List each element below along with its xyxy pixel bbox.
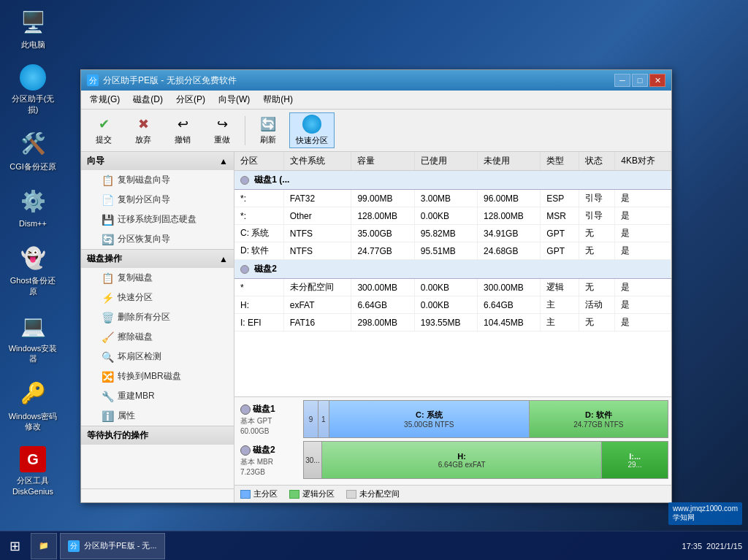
vis-partition-c[interactable]: C: 系统 35.00GB NTFS	[329, 401, 530, 437]
properties-icon: ℹ️	[102, 410, 113, 422]
sidebar-item-rebuild-mbr[interactable]: 🔧 重建MBR	[81, 386, 234, 406]
partition-table: 分区 文件系统 容量 已使用 未使用 类型 状态 4KB对齐	[234, 152, 671, 331]
table-row[interactable]: *: FAT32 99.00MB 3.00MB 96.00MB ESP 引导 是	[234, 190, 671, 207]
disk1-header-row[interactable]: 磁盘1 (...	[234, 171, 671, 190]
cell-capacity: 6.64GB	[351, 296, 414, 314]
disk2-icon	[240, 265, 249, 274]
disk1-type: 基本 GPT	[240, 416, 300, 426]
taskbar-start-button[interactable]: ⊞	[0, 532, 29, 561]
chevron-up-icon: ▲	[219, 156, 228, 166]
sidebar-item-delete-all[interactable]: 🗑️ 删除所有分区	[81, 307, 234, 327]
sidebar-item-properties[interactable]: ℹ️ 属性	[81, 406, 234, 426]
ghost-icon: 👻	[18, 243, 47, 272]
legend-primary-box	[240, 490, 251, 499]
vis-partition-d-detail: 24.77GB NTFS	[573, 421, 623, 429]
window-title: 分区助手PE版 - 无损分区免费软件	[103, 74, 237, 87]
sidebar-item-copy-disk2[interactable]: 📋 复制磁盘	[81, 268, 234, 288]
menu-help[interactable]: 帮助(H)	[257, 92, 299, 107]
desktop-icon-ghost[interactable]: 👻 Ghost备份还原	[7, 243, 58, 296]
table-row[interactable]: I: EFI FAT16 298.00MB 193.55MB 104.45MB …	[234, 314, 671, 331]
app-window: 分 分区助手PE版 - 无损分区免费软件 ─ □ ✕ 常规(G) 磁盘(D) 分…	[80, 69, 672, 503]
vis-partition-i[interactable]: I:... 29...	[602, 442, 668, 478]
active-app-label: 分区助手PE版 - 无...	[84, 540, 157, 551]
disk1-name-row: 磁盘1	[240, 403, 300, 415]
menu-wizard[interactable]: 向导(W)	[213, 92, 256, 107]
sidebar-section-guide: 向导 ▲ 📋 复制磁盘向导 📄 复制分区向导 💾 迁移系统到固态硬盘	[81, 152, 234, 250]
menu-regular[interactable]: 常规(G)	[84, 92, 126, 107]
desktop-icon-cgi[interactable]: 🛠️ CGI备份还原	[7, 129, 58, 172]
windows-pwd-icon: 🔑	[18, 379, 47, 408]
quick-partition-label: 快速分区	[296, 135, 328, 146]
close-button[interactable]: ✕	[649, 74, 665, 87]
table-row[interactable]: H: exFAT 6.64GB 0.00KB 6.64GB 主 活动 是	[234, 296, 671, 314]
toolbar-undo[interactable]: ↩ 撤销	[164, 113, 201, 147]
vis-partition-d[interactable]: D: 软件 24.77GB NTFS	[530, 401, 668, 437]
disk1-icon	[240, 176, 249, 185]
toolbar-quick-partition[interactable]: 快速分区	[289, 112, 335, 148]
desktop-icon-this-pc[interactable]: 🖥️ 此电脑	[7, 7, 58, 50]
cell-status: 无	[579, 279, 614, 296]
submit-icon: ✔	[94, 115, 114, 133]
desktop-icon-partition-assistant[interactable]: 分区助手(无损)	[7, 64, 58, 115]
menu-disk[interactable]: 磁盘(D)	[127, 92, 169, 107]
sidebar-item-copy-partition[interactable]: 📄 复制分区向导	[81, 190, 234, 210]
migrate-ssd-icon: 💾	[102, 214, 113, 226]
cell-status: 引导	[579, 190, 614, 207]
watermark: www.jmqz1000.com 学知网	[668, 502, 742, 525]
cell-partition: H:	[234, 296, 283, 314]
disk2-header-row[interactable]: 磁盘2	[234, 260, 671, 279]
sidebar-item-to-mbr[interactable]: 🔀 转换到MBR磁盘	[81, 367, 234, 386]
desktop-icon-windows-setup[interactable]: 💻 Windows安装器	[7, 311, 58, 364]
vis-partition-msr[interactable]: 1	[318, 401, 329, 437]
table-row[interactable]: *: Other 128.00MB 0.00KB 128.00MB MSR 引导…	[234, 207, 671, 225]
taskbar-explorer[interactable]: 📁	[31, 533, 57, 559]
desktop-icon-diskgenius[interactable]: G 分区工具 DiskGenius	[7, 446, 58, 496]
legend-logical-box	[289, 490, 299, 499]
vis-partition-esp[interactable]: 9	[304, 401, 318, 437]
disk1-info-box: 磁盘1 基本 GPT 60.00GB	[237, 400, 303, 438]
desktop-icon-windows-pwd[interactable]: 🔑 Windows密码修改	[7, 379, 58, 432]
cell-free: 24.68GB	[478, 242, 541, 260]
cell-partition: D: 软件	[234, 242, 283, 260]
cell-capacity: 99.00MB	[351, 190, 414, 207]
title-bar-left: 分 分区助手PE版 - 无损分区免费软件	[87, 74, 237, 87]
sidebar-item-migrate-ssd[interactable]: 💾 迁移系统到固态硬盘	[81, 210, 234, 229]
sidebar-section-pending-header[interactable]: 等待执行的操作	[81, 426, 234, 445]
toolbar-refresh[interactable]: 🔄 刷新	[250, 113, 286, 147]
redo-icon: ↪	[212, 115, 232, 133]
title-bar: 分 分区助手PE版 - 无损分区免费软件 ─ □ ✕	[81, 70, 671, 91]
cell-align: 是	[615, 242, 671, 260]
sidebar-item-wipe-disk[interactable]: 🧹 擦除磁盘	[81, 327, 234, 347]
sidebar-item-restore-partition[interactable]: 🔄 分区恢复向导	[81, 229, 234, 249]
toolbar-redo[interactable]: ↪ 重做	[204, 113, 240, 147]
sidebar-item-copy-disk[interactable]: 📋 复制磁盘向导	[81, 170, 234, 190]
table-row[interactable]: C: 系统 NTFS 35.00GB 95.82MB 34.91GB GPT 无…	[234, 225, 671, 242]
cell-used: 95.51MB	[414, 242, 477, 260]
windows-pwd-label: Windows密码修改	[7, 411, 58, 432]
vis-partition-h[interactable]: H: 6.64GB exFAT	[322, 442, 602, 478]
sidebar-section-guide-header[interactable]: 向导 ▲	[81, 152, 234, 170]
table-row[interactable]: * 未分配空间 300.00MB 0.00KB 300.00MB 逻辑 无 是	[234, 279, 671, 296]
menu-partition[interactable]: 分区(P)	[170, 92, 211, 107]
taskbar-time: 17:35	[682, 542, 703, 551]
cell-capacity: 35.00GB	[351, 225, 414, 242]
cell-align: 是	[615, 207, 671, 225]
sidebar-item-quick-part[interactable]: ⚡ 快速分区	[81, 288, 234, 307]
desktop-icon-dism[interactable]: ⚙️ Dism++	[7, 186, 58, 229]
toolbar-submit[interactable]: ✔ 提交	[85, 113, 122, 147]
toolbar-discard[interactable]: ✖ 放弃	[125, 113, 161, 147]
sidebar-section-disk-ops-header[interactable]: 磁盘操作 ▲	[81, 250, 234, 268]
sidebar-item-check-bad[interactable]: 🔍 坏扇区检测	[81, 347, 234, 367]
cell-fs: FAT16	[283, 314, 351, 331]
legend-unalloc-label: 未分配空间	[359, 488, 400, 499]
taskbar-active-app[interactable]: 分 分区助手PE版 - 无...	[60, 533, 165, 559]
maximize-button[interactable]: □	[632, 74, 648, 87]
vis-partition-d-name: D: 软件	[585, 410, 612, 421]
cell-used: 0.00KB	[414, 207, 477, 225]
minimize-button[interactable]: ─	[614, 74, 630, 87]
cell-free: 96.00MB	[478, 190, 541, 207]
table-row[interactable]: D: 软件 NTFS 24.77GB 95.51MB 24.68GB GPT 无…	[234, 242, 671, 260]
vis-partition-unalloc[interactable]: 30...	[304, 442, 322, 478]
cell-type: 主	[541, 296, 579, 314]
cell-fs: FAT32	[283, 190, 351, 207]
